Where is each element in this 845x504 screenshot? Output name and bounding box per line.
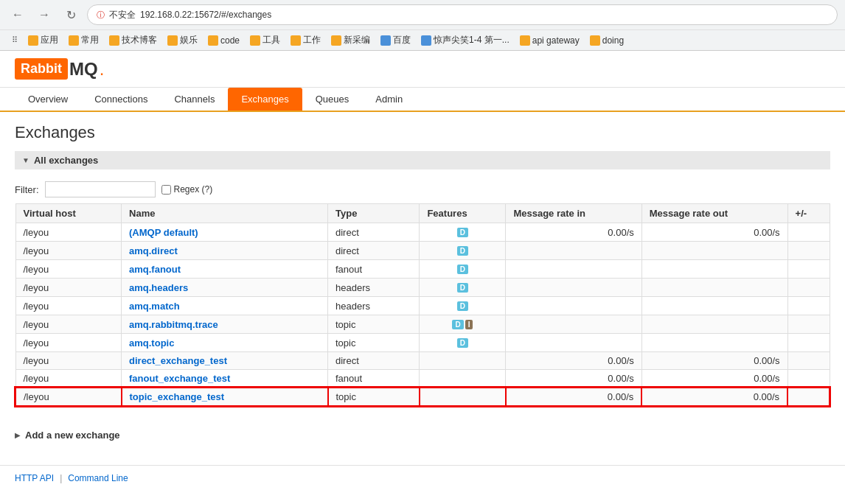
cell-name[interactable]: amq.topic [122, 334, 328, 352]
table-row[interactable]: /leyou(AMQP default)directD0.00/s0.00/s [15, 223, 830, 242]
cell-type: fanout [328, 260, 420, 279]
back-button[interactable]: ← [7, 4, 28, 25]
cell-rate-out: 0.00/s [641, 370, 787, 388]
cell-features: DI [420, 315, 506, 334]
table-row[interactable]: /leyoudirect_exchange_testdirect0.00/s0.… [15, 352, 830, 370]
cell-name[interactable]: (AMQP default) [122, 223, 328, 242]
address-url: 192.168.0.22:15672/#/exchanges [140, 10, 271, 20]
th-vhost: Virtual host [15, 204, 122, 223]
cell-vhost: /leyou [15, 279, 122, 297]
page: Rabbit MQ . Overview Connections Channel… [0, 51, 845, 491]
bookmark-3[interactable]: 技术博客 [105, 32, 161, 48]
bookmark-2[interactable]: 常用 [64, 32, 103, 48]
cell-vhost: /leyou [15, 297, 122, 315]
logo-rabbit: Rabbit [15, 58, 68, 80]
cell-rate-in [506, 260, 641, 279]
cell-features [420, 388, 506, 406]
security-icon: ⓘ [97, 10, 105, 21]
filter-input[interactable] [45, 181, 156, 197]
bookmark-8[interactable]: 新采编 [327, 32, 375, 48]
table-row[interactable]: /leyouamq.rabbitmq.tracetopicDI [15, 315, 830, 334]
tab-admin[interactable]: Admin [362, 88, 416, 111]
table-row[interactable]: /leyouamq.matchheadersD [15, 297, 830, 315]
section-header-all-exchanges[interactable]: ▼ All exchanges [15, 151, 830, 169]
add-arrow-icon: ▶ [15, 431, 21, 439]
cell-plus [787, 388, 830, 406]
bookmark-5[interactable]: code [204, 34, 244, 47]
cell-plus [787, 279, 830, 297]
cell-name[interactable]: amq.fanout [122, 260, 328, 279]
table-row[interactable]: /leyoufanout_exchange_testfanout0.00/s0.… [15, 370, 830, 388]
cell-vhost: /leyou [15, 370, 122, 388]
bookmark-9[interactable]: 百度 [376, 32, 415, 48]
bookmark-icon-4 [167, 35, 178, 46]
feature-badge: D [457, 283, 468, 293]
cell-features [420, 370, 506, 388]
table-row[interactable]: /leyouamq.headersheadersD [15, 279, 830, 297]
tab-overview[interactable]: Overview [15, 88, 81, 111]
bookmark-label-10: 惊声尖笑1-4 第一... [434, 34, 510, 46]
table-row[interactable]: /leyouamq.fanoutfanoutD [15, 260, 830, 279]
cell-name[interactable]: topic_exchange_test [122, 388, 328, 406]
browser-toolbar: ← → ↻ ⓘ 不安全 192.168.0.22:15672/#/exchang… [0, 0, 845, 29]
bookmark-1[interactable]: 应用 [24, 32, 63, 48]
bookmark-6[interactable]: 工具 [246, 32, 285, 48]
cell-type: headers [328, 279, 420, 297]
cell-name[interactable]: amq.rabbitmq.trace [122, 315, 328, 334]
cell-name[interactable]: direct_exchange_test [122, 352, 328, 370]
forward-button[interactable]: → [34, 4, 55, 25]
tab-connections[interactable]: Connections [81, 88, 161, 111]
cell-rate-in: 0.00/s [506, 370, 641, 388]
bookmark-label-8: 新采编 [344, 34, 370, 46]
add-exchange-header[interactable]: ▶ Add a new exchange [15, 430, 830, 441]
table-row[interactable]: /leyouamq.topictopicD [15, 334, 830, 352]
bookmark-11[interactable]: api gateway [515, 34, 584, 47]
bookmark-label-7: 工作 [303, 34, 321, 46]
regex-checkbox[interactable] [161, 185, 171, 195]
cell-type: fanout [328, 370, 420, 388]
address-bar[interactable]: ⓘ 不安全 192.168.0.22:15672/#/exchanges [87, 4, 838, 25]
bookmark-label-2: 常用 [81, 34, 99, 46]
cell-name[interactable]: amq.headers [122, 279, 328, 297]
tab-queues[interactable]: Queues [302, 88, 363, 111]
bookmark-icon-10 [421, 35, 431, 46]
section-body: Filter: Regex (?) Virtual host Name Type [15, 169, 830, 413]
cell-vhost: /leyou [15, 223, 122, 242]
bookmark-apps[interactable]: ⠿ [7, 34, 22, 46]
filter-label: Filter: [15, 184, 39, 195]
cell-name[interactable]: fanout_exchange_test [122, 370, 328, 388]
tab-channels[interactable]: Channels [161, 88, 228, 111]
bookmark-icon-7 [291, 35, 301, 46]
bookmark-4[interactable]: 娱乐 [163, 32, 202, 48]
bookmark-label-3: 技术博客 [122, 34, 157, 46]
logo-dot: . [100, 59, 105, 80]
cell-vhost: /leyou [15, 242, 122, 260]
apps-grid-icon: ⠿ [12, 35, 18, 45]
logo-mq: MQ [69, 59, 98, 80]
bookmark-label-5: code [220, 35, 240, 46]
section-arrow-icon: ▼ [22, 156, 29, 164]
command-line-link[interactable]: Command Line [68, 473, 128, 483]
bookmark-12[interactable]: doing [585, 34, 628, 47]
bookmark-label-6: 工具 [262, 34, 280, 46]
browser-chrome: ← → ↻ ⓘ 不安全 192.168.0.22:15672/#/exchang… [0, 0, 845, 51]
cell-name[interactable]: amq.match [122, 297, 328, 315]
th-rate-in: Message rate in [506, 204, 641, 223]
http-api-link[interactable]: HTTP API [15, 473, 54, 483]
bookmark-10[interactable]: 惊声尖笑1-4 第一... [417, 32, 514, 48]
add-exchange-section: ▶ Add a new exchange [15, 424, 830, 447]
cell-plus [787, 315, 830, 334]
table-row[interactable]: /leyoutopic_exchange_testtopic0.00/s0.00… [15, 388, 830, 406]
cell-name[interactable]: amq.direct [122, 242, 328, 260]
cell-type: direct [328, 223, 420, 242]
bookmark-icon-3 [109, 35, 119, 46]
bookmark-7[interactable]: 工作 [286, 32, 325, 48]
tab-exchanges[interactable]: Exchanges [228, 88, 302, 111]
cell-vhost: /leyou [15, 334, 122, 352]
cell-type: direct [328, 352, 420, 370]
cell-features: D [420, 223, 506, 242]
refresh-button[interactable]: ↻ [60, 4, 81, 25]
bookmark-label-11: api gateway [532, 35, 580, 46]
cell-type: topic [328, 315, 420, 334]
table-row[interactable]: /leyouamq.directdirectD [15, 242, 830, 260]
